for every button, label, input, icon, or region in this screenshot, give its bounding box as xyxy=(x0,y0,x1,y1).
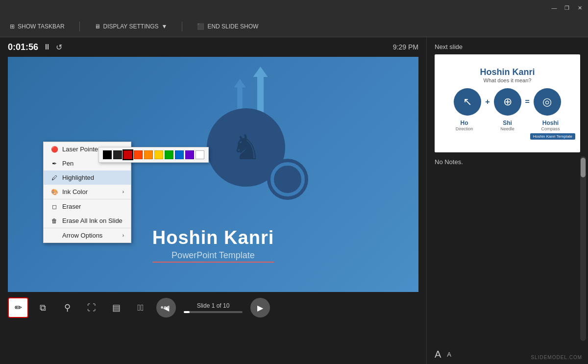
slide-title: Hoshin Kanri xyxy=(152,227,274,248)
slide-graphic-area: ♞ xyxy=(197,67,305,196)
notes-area: No Notes. xyxy=(427,152,588,345)
shi-label-item: Shi Needle xyxy=(494,120,521,131)
slide-display: ♞ Hoshin Kanri PowerPoint Template 🔴 Las… xyxy=(8,57,418,292)
slide-info-bar: 0:01:56 ⏸ ↺ 9:29 PM xyxy=(0,37,426,57)
show-taskbar-label: SHOW TASKBAR xyxy=(18,23,65,30)
shi-circle: ⊕ xyxy=(494,88,521,116)
highlighter-icon: 🖊 xyxy=(50,174,58,181)
pen-tool-button[interactable]: ✏ xyxy=(8,297,28,318)
watermark: SLIDEMODEL.COM xyxy=(531,355,582,360)
restore-button[interactable]: ❐ xyxy=(564,4,570,11)
ink-color-darkgray[interactable] xyxy=(113,150,122,159)
target-circle xyxy=(270,162,305,196)
ho-sublabel: Direction xyxy=(451,126,478,131)
dropdown-arrow-icon: ▼ xyxy=(162,23,168,30)
slide-timer: 0:01:56 ⏸ ↺ xyxy=(8,42,62,52)
submenu-arrow-icon: › xyxy=(122,189,124,194)
display-settings-label: DISPLAY SETTINGS xyxy=(103,23,159,30)
slide-subtitle: PowerPoint Template xyxy=(152,250,274,263)
progress-bar xyxy=(184,311,243,313)
menu-item-arrow-options[interactable]: Arrow Options › xyxy=(44,228,131,243)
current-time: 9:29 PM xyxy=(393,43,418,51)
bottom-tools-left: ✏ ⧉ ⚲ ⛶ ▤ ▶⃞ ••• xyxy=(8,297,175,318)
erase-all-label: Erase All Ink on Slide xyxy=(62,217,122,224)
ink-color-label: Ink Color xyxy=(62,188,88,195)
footer-badge: Hoshin Kanri Template xyxy=(530,133,575,140)
font-decrease-button[interactable]: A xyxy=(447,351,451,358)
hoshi-sublabel: Compass xyxy=(537,126,564,131)
more-options-button[interactable]: ••• xyxy=(155,297,175,318)
eraser-icon: ◻ xyxy=(50,203,58,210)
display-settings-button[interactable]: 🖥 DISPLAY SETTINGS ▼ xyxy=(95,23,168,30)
highlighter-label: Highlighted xyxy=(62,174,94,181)
video-tool-button[interactable]: ▶⃞ xyxy=(130,297,151,318)
ink-color-red[interactable] xyxy=(123,150,132,159)
presenter-panel: 0:01:56 ⏸ ↺ 9:29 PM ♞ xyxy=(0,37,426,364)
slide-progress: Slide 1 of 10 xyxy=(184,302,243,313)
ink-color-orange[interactable] xyxy=(144,150,153,159)
right-panel: Next slide Hoshin Kanri What does it mea… xyxy=(426,37,588,364)
next-slide-label: Next slide xyxy=(427,37,588,54)
ho-icon: ↖ xyxy=(463,96,472,108)
hoshi-label: Hoshi xyxy=(537,120,564,126)
pen-tool-icon: ✏ xyxy=(15,302,22,313)
menu-item-erase-all[interactable]: 🗑 Erase All Ink on Slide xyxy=(44,214,131,228)
timer-display: 0:01:56 xyxy=(8,42,38,52)
hoshi-icon: ◎ xyxy=(542,96,552,108)
ink-color-blue[interactable] xyxy=(175,150,184,159)
ink-color-orange-red[interactable] xyxy=(134,150,143,159)
end-slide-show-label: END SLIDE SHOW xyxy=(207,23,258,30)
laser-pointer-icon: 🔴 xyxy=(50,146,58,153)
end-slideshow-icon: ⬛ xyxy=(197,23,204,30)
ink-color-purple[interactable] xyxy=(185,150,194,159)
ho-label: Ho xyxy=(451,120,478,126)
menu-item-eraser[interactable]: ◻ Eraser xyxy=(44,199,131,214)
next-slide-button[interactable]: ▶ xyxy=(250,298,270,317)
next-slide-icons-row: ↖ + ⊕ = ◎ xyxy=(454,88,561,116)
menu-item-ink-color[interactable]: 🎨 Ink Color › xyxy=(44,185,131,199)
ink-color-icon: 🎨 xyxy=(50,189,58,195)
next-arrow-icon: ▶ xyxy=(257,303,263,313)
next-slide-footer: Hoshin Kanri Template xyxy=(440,133,575,140)
menu-item-highlighter[interactable]: 🖊 Highlighted xyxy=(44,170,131,185)
subtitle-tool-icon: ▤ xyxy=(112,302,121,313)
arrow-options-submenu-icon: › xyxy=(122,233,124,238)
next-slide-title: Hoshin Kanri xyxy=(480,67,535,77)
arrow-right xyxy=(253,67,268,113)
pen-label: Pen xyxy=(62,160,74,167)
copy-tool-button[interactable]: ⧉ xyxy=(32,297,53,318)
pen-icon: ✒ xyxy=(50,160,58,167)
zoom-tool-button[interactable]: ⛶ xyxy=(81,297,102,318)
nsi-labels-row: Ho Direction Shi Needle Hoshi Compass xyxy=(451,120,564,131)
next-slide-subtitle: What does it mean? xyxy=(484,77,532,83)
minimize-button[interactable]: — xyxy=(551,4,558,11)
scrollbar-thumb xyxy=(581,158,586,177)
show-taskbar-button[interactable]: ⊞ SHOW TASKBAR xyxy=(10,23,65,30)
arrows-group xyxy=(234,67,268,113)
ink-color-yellow[interactable] xyxy=(154,150,163,159)
ink-color-black[interactable] xyxy=(103,150,112,159)
hoshi-circle: ◎ xyxy=(534,88,561,116)
subtitle-tool-button[interactable]: ▤ xyxy=(106,297,126,318)
ink-color-white[interactable] xyxy=(196,150,204,159)
search-tool-icon: ⚲ xyxy=(64,302,71,313)
font-increase-button[interactable]: A xyxy=(435,349,441,360)
notes-scrollbar[interactable] xyxy=(580,156,586,341)
ink-color-green[interactable] xyxy=(165,150,173,159)
eraser-label: Eraser xyxy=(62,203,81,210)
slide-counter: Slide 1 of 10 xyxy=(197,302,230,309)
pause-button[interactable]: ⏸ xyxy=(43,43,51,51)
close-button[interactable]: ✕ xyxy=(576,4,583,11)
hoshi-label-item: Hoshi Compass xyxy=(537,120,564,131)
knight-target-group: ♞ xyxy=(197,108,305,196)
progress-bar-fill xyxy=(184,311,190,313)
notes-text: No Notes. xyxy=(435,158,463,166)
knight-icon: ♞ xyxy=(231,127,262,168)
reset-timer-button[interactable]: ↺ xyxy=(56,43,62,52)
taskbar-icon: ⊞ xyxy=(10,23,15,30)
end-slide-show-button[interactable]: ⬛ END SLIDE SHOW xyxy=(197,23,258,30)
next-slide-preview: Hoshin Kanri What does it mean? ↖ + ⊕ = … xyxy=(435,54,580,152)
search-tool-button[interactable]: ⚲ xyxy=(57,297,77,318)
arrow-options-label: Arrow Options xyxy=(62,232,102,239)
shi-icon: ⊕ xyxy=(503,96,512,108)
